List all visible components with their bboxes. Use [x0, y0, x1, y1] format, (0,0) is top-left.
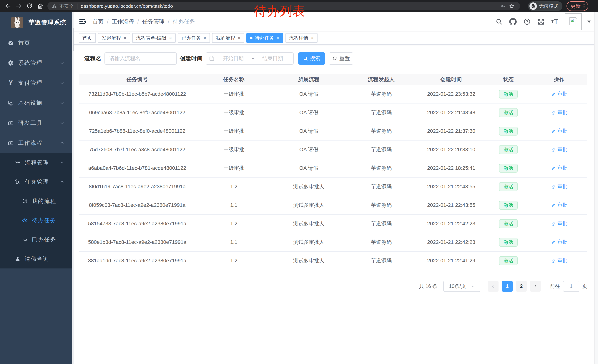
- browser-menu-icon[interactable]: [582, 4, 586, 8]
- approve-link[interactable]: 审批: [551, 257, 567, 264]
- address-bar[interactable]: 不安全 dashboard.yudao.iocoder.cn/bpm/task/…: [47, 2, 520, 10]
- cell-task-name: 1.2: [196, 214, 272, 233]
- help-icon[interactable]: [523, 18, 531, 25]
- approve-link[interactable]: 审批: [551, 220, 567, 227]
- collapse-sidebar-icon[interactable]: [79, 18, 86, 25]
- sidebar-item-system-mgmt[interactable]: 系统管理: [0, 53, 74, 73]
- sidebar-item-label: 任务管理: [25, 178, 49, 186]
- page-size-select[interactable]: 10条/页: [443, 281, 480, 292]
- home-icon[interactable]: [35, 1, 46, 11]
- status-badge: 激活: [499, 256, 518, 265]
- prev-page-button[interactable]: [488, 281, 498, 291]
- github-icon[interactable]: [509, 18, 517, 25]
- fullscreen-icon[interactable]: [537, 18, 544, 25]
- end-date-placeholder[interactable]: 结束日期: [255, 55, 290, 62]
- forward-icon[interactable]: [13, 1, 24, 11]
- approve-link[interactable]: 审批: [551, 239, 567, 245]
- app-logo[interactable]: 芋道管理系统: [0, 12, 74, 33]
- status-badge: 激活: [499, 182, 518, 191]
- chevron-down-icon: [60, 160, 65, 165]
- bookmark-star-icon[interactable]: [507, 2, 516, 10]
- tab-process-detail[interactable]: 流程详情×: [285, 33, 317, 43]
- sidebar-item-leave-query[interactable]: 请假查询: [0, 249, 74, 268]
- page-1-button[interactable]: 1: [502, 281, 513, 291]
- cell-task-name: 一级审批: [196, 85, 272, 103]
- avatar[interactable]: [565, 13, 582, 30]
- cell-initiator: 芋道源码: [346, 251, 417, 270]
- edit-pencil-icon: [551, 240, 556, 244]
- breadcrumb-home[interactable]: 首页: [92, 18, 104, 25]
- sidebar-item-infrastructure[interactable]: 基础设施: [0, 93, 74, 113]
- tab-my-process[interactable]: 我的流程×: [212, 33, 244, 43]
- divider: [77, 4, 77, 9]
- browser-update-button[interactable]: 更新: [566, 1, 588, 11]
- close-icon[interactable]: ×: [311, 35, 314, 41]
- breadcrumb-task-mgmt[interactable]: 任务管理: [142, 18, 165, 25]
- search-button[interactable]: 搜索: [298, 52, 325, 65]
- sidebar-item-dev-tools[interactable]: 研发工具: [0, 113, 74, 133]
- font-size-icon[interactable]: TT: [551, 18, 558, 25]
- breadcrumb-workflow[interactable]: 工作流程: [112, 18, 134, 25]
- close-icon[interactable]: ×: [238, 35, 241, 41]
- cell-process: OA 请假: [272, 85, 346, 103]
- close-icon[interactable]: ×: [124, 35, 126, 41]
- approve-link[interactable]: 审批: [551, 183, 567, 190]
- sidebar-item-workflow[interactable]: 工作流程: [0, 133, 74, 153]
- goto-label: 前往: [550, 283, 560, 290]
- tab-home[interactable]: 首页: [79, 33, 96, 43]
- status-badge: 激活: [499, 90, 518, 98]
- tab-done-tasks[interactable]: 已办任务×: [178, 33, 210, 43]
- sidebar-item-my-process[interactable]: 我的流程: [0, 191, 74, 211]
- sidebar-item-task-mgmt[interactable]: 任务管理: [0, 172, 74, 191]
- approve-link[interactable]: 审批: [551, 128, 567, 134]
- col-actions: 操作: [531, 74, 587, 85]
- process-name-label: 流程名: [84, 55, 101, 62]
- sidebar-item-process-mgmt[interactable]: 流程管理: [0, 153, 74, 172]
- start-date-placeholder[interactable]: 开始日期: [216, 55, 251, 62]
- table-row: 8f0d1619-7ac8-11ec-a9e2-a2380e71991a 1.2…: [79, 177, 587, 196]
- next-page-button[interactable]: [530, 281, 541, 291]
- process-name-input[interactable]: 请输入流程名: [105, 52, 177, 65]
- page-2-button[interactable]: 2: [516, 281, 527, 291]
- list-tree-icon: [15, 160, 21, 166]
- cell-create-time: 2022-01-22 23:53:32: [417, 85, 486, 103]
- security-label[interactable]: 不安全: [59, 3, 74, 9]
- url-text[interactable]: dashboard.yudao.iocoder.cn/bpm/task/todo: [81, 3, 499, 9]
- approve-link[interactable]: 审批: [551, 146, 567, 153]
- chevron-up-icon: [60, 140, 65, 145]
- cell-create-time: 2022-01-22 21:37:30: [417, 122, 486, 140]
- tab-form-edit[interactable]: 流程表单-编辑×: [132, 33, 176, 43]
- close-icon[interactable]: ×: [169, 35, 172, 41]
- tab-todo-tasks[interactable]: 待办任务×: [246, 33, 283, 43]
- search-icon[interactable]: [496, 18, 503, 25]
- goto-page-input[interactable]: 1: [563, 281, 579, 292]
- eye-closed-icon: [22, 237, 28, 243]
- approve-link[interactable]: 审批: [551, 109, 567, 116]
- key-icon[interactable]: [499, 2, 507, 10]
- pagination: 共 16 条 10条/页 1 2 前往 1 页: [79, 281, 587, 292]
- sidebar-item-label: 基础设施: [18, 99, 43, 107]
- tab-initiate-process[interactable]: 发起流程×: [98, 33, 130, 43]
- warning-icon: [51, 3, 57, 9]
- date-range-picker[interactable]: 开始日期 - 结束日期: [206, 52, 294, 65]
- back-icon[interactable]: [3, 1, 13, 11]
- sidebar-scrollbar[interactable]: [72, 12, 74, 364]
- sidebar-item-payment-mgmt[interactable]: ¥ 支付管理: [0, 73, 74, 93]
- approve-link[interactable]: 审批: [551, 165, 567, 171]
- reset-button[interactable]: 重置: [329, 52, 353, 65]
- table-row: 73211d9d-7b9b-11ec-b5b7-acde48001122 一级审…: [79, 85, 587, 103]
- sidebar-item-todo-tasks[interactable]: 待办任务: [0, 211, 74, 230]
- edit-pencil-icon: [551, 147, 556, 152]
- sidebar-item-home[interactable]: 首页: [0, 33, 74, 53]
- chevron-down-icon: [471, 284, 475, 288]
- approve-link[interactable]: 审批: [551, 90, 567, 97]
- reload-icon[interactable]: [24, 1, 35, 11]
- avatar-dropdown-icon[interactable]: [587, 21, 591, 23]
- close-icon[interactable]: ×: [203, 35, 206, 41]
- cell-task-id: 73211d9d-7b9b-11ec-b5b7-acde48001122: [79, 85, 196, 103]
- org-tree-icon: [15, 179, 21, 185]
- close-icon[interactable]: ×: [277, 35, 279, 41]
- sidebar-item-done-tasks[interactable]: 已办任务: [0, 230, 74, 249]
- page-scrollbar[interactable]: [594, 12, 598, 364]
- approve-link[interactable]: 审批: [551, 202, 567, 208]
